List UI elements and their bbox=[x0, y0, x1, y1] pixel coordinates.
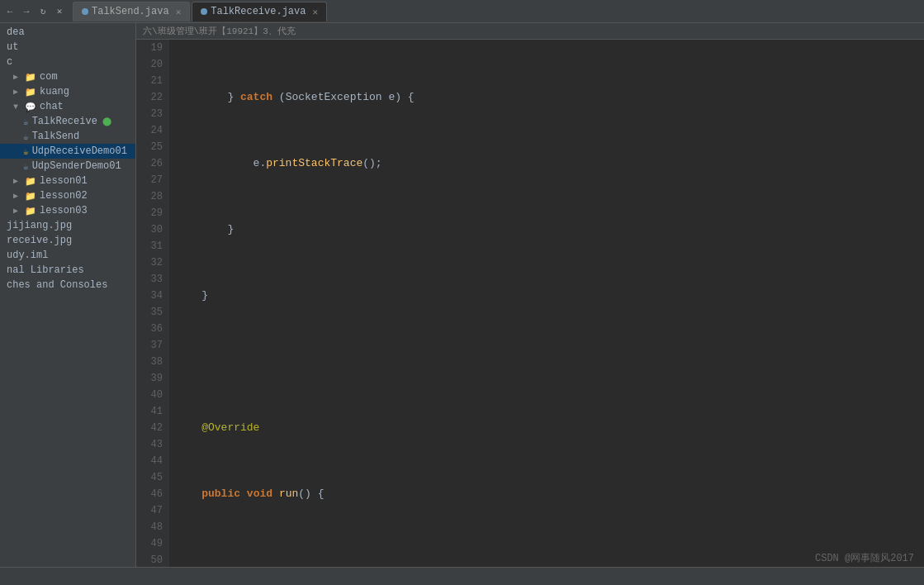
sidebar-item-receive[interactable]: receive.jpg bbox=[0, 233, 135, 248]
line-num-39: 39 bbox=[143, 370, 163, 387]
line-num-32: 32 bbox=[143, 254, 163, 271]
folder-icon: 📁 bbox=[25, 176, 36, 187]
item-label: kuang bbox=[40, 86, 69, 98]
line-num-27: 27 bbox=[143, 172, 163, 188]
item-label: receive.jpg bbox=[7, 235, 72, 246]
file-icon: ☕ bbox=[23, 146, 29, 157]
tab-talkreceive-label: TalkReceive.java bbox=[211, 6, 306, 17]
tab-talkreceive-close[interactable]: ✕ bbox=[312, 7, 318, 17]
refresh-icon[interactable]: ↻ bbox=[36, 5, 50, 18]
item-label: dea bbox=[7, 26, 25, 38]
footer bbox=[0, 567, 924, 585]
code-line-25: public void run() { bbox=[176, 486, 917, 502]
line-num-34: 34 bbox=[143, 288, 163, 304]
tab-bar: ← → ↻ ✕ TalkSend.java ✕ TalkReceive.java… bbox=[0, 0, 924, 23]
sidebar-item-nal-libraries[interactable]: nal Libraries bbox=[0, 263, 135, 278]
sidebar-item-talkreceive[interactable]: ☕ TalkReceive ⬤ bbox=[0, 114, 135, 129]
sidebar-item-kuang[interactable]: ▶ 📁 kuang bbox=[0, 84, 135, 99]
line-num-36: 36 bbox=[143, 321, 163, 337]
sidebar-item-ches-consoles[interactable]: ches and Consoles bbox=[0, 278, 135, 292]
item-label: ut bbox=[7, 41, 18, 53]
sidebar-item-udpreceivedemo01[interactable]: ☕ UdpReceiveDemo01 bbox=[0, 144, 135, 159]
line-num-38: 38 bbox=[143, 354, 163, 370]
sidebar-item-lesson01[interactable]: ▶ 📁 lesson01 bbox=[0, 174, 135, 188]
line-num-28: 28 bbox=[143, 188, 163, 205]
line-num-35: 35 bbox=[143, 304, 163, 321]
line-num-48: 48 bbox=[143, 519, 163, 535]
tab-dot bbox=[82, 8, 88, 15]
sidebar-item-ut[interactable]: ut bbox=[0, 40, 135, 55]
item-label: udy.iml bbox=[7, 250, 48, 261]
item-label: chat bbox=[40, 101, 64, 112]
tab-talksend-label: TalkSend.java bbox=[92, 6, 169, 17]
folder-icon: 📁 bbox=[25, 72, 36, 83]
line-num-43: 43 bbox=[143, 436, 163, 453]
item-label: c bbox=[7, 56, 12, 68]
item-label: TalkSend bbox=[32, 131, 80, 142]
line-num-45: 45 bbox=[143, 469, 163, 486]
line-num-46: 46 bbox=[143, 486, 163, 502]
folder-icon: 💬 bbox=[25, 102, 36, 112]
line-num-25: 25 bbox=[143, 139, 163, 155]
line-numbers: 19 20 21 22 23 24 25 26 27 28 29 30 31 3… bbox=[136, 40, 169, 567]
line-num-37: 37 bbox=[143, 337, 163, 354]
sidebar-item-c[interactable]: c bbox=[0, 55, 135, 69]
item-label: lesson01 bbox=[40, 175, 88, 187]
close-icon[interactable]: ✕ bbox=[53, 5, 66, 18]
line-num-29: 29 bbox=[143, 205, 163, 221]
status-indicator: ⬤ bbox=[102, 117, 111, 126]
breadcrumb: 六\班级管理\班开【19921】3、代充 bbox=[136, 23, 924, 40]
tree-arrow-icon: ▶ bbox=[13, 176, 21, 186]
line-num-33: 33 bbox=[143, 271, 163, 288]
code-content[interactable]: } catch (SocketException e) { e.printSta… bbox=[169, 40, 924, 567]
line-num-50: 50 bbox=[143, 552, 163, 567]
sidebar-item-udy-iml[interactable]: udy.iml bbox=[0, 248, 135, 263]
tree-arrow-icon: ▶ bbox=[13, 191, 21, 201]
folder-icon: 📁 bbox=[25, 206, 36, 216]
sidebar-item-talksend[interactable]: ☕ TalkSend bbox=[0, 129, 135, 144]
line-num-30: 30 bbox=[143, 221, 163, 238]
sidebar-item-udpsenderdemo01[interactable]: ☕ UdpSenderDemo01 bbox=[0, 159, 135, 174]
item-label: TalkReceive bbox=[32, 116, 97, 127]
tab-talksend[interactable]: TalkSend.java ✕ bbox=[73, 2, 190, 21]
sidebar-item-com[interactable]: ▶ 📁 com bbox=[0, 69, 135, 84]
line-num-44: 44 bbox=[143, 453, 163, 469]
file-icon: ☕ bbox=[23, 131, 29, 142]
item-label: UdpReceiveDemo01 bbox=[32, 145, 127, 157]
code-line-23 bbox=[176, 354, 917, 370]
sidebar-item-lesson03[interactable]: ▶ 📁 lesson03 bbox=[0, 203, 135, 218]
line-num-26: 26 bbox=[143, 155, 163, 172]
line-num-22: 22 bbox=[143, 89, 163, 106]
code-line-19: } catch (SocketException e) { bbox=[176, 89, 917, 106]
line-num-23: 23 bbox=[143, 106, 163, 122]
item-label: UdpSenderDemo01 bbox=[32, 160, 121, 172]
code-area[interactable]: 19 20 21 22 23 24 25 26 27 28 29 30 31 3… bbox=[136, 40, 924, 567]
item-label: jijiang.jpg bbox=[7, 220, 72, 231]
tree-arrow-icon: ▼ bbox=[13, 102, 21, 112]
line-num-21: 21 bbox=[143, 73, 163, 89]
back-icon[interactable]: ← bbox=[3, 5, 17, 18]
sidebar-item-jijiang[interactable]: jijiang.jpg bbox=[0, 218, 135, 233]
toolbar-icons: ← → ↻ ✕ bbox=[3, 5, 66, 18]
item-label: com bbox=[40, 71, 58, 83]
sidebar-item-chat[interactable]: ▼ 💬 chat bbox=[0, 99, 135, 114]
folder-icon: 📁 bbox=[25, 191, 36, 202]
line-num-20: 20 bbox=[143, 56, 163, 73]
code-line-22: } bbox=[176, 288, 917, 304]
sidebar-item-dea[interactable]: dea bbox=[0, 25, 135, 40]
line-num-24: 24 bbox=[143, 122, 163, 139]
file-icon: ☕ bbox=[23, 117, 29, 127]
sidebar-item-lesson02[interactable]: ▶ 📁 lesson02 bbox=[0, 188, 135, 203]
tree-arrow-icon: ▶ bbox=[13, 72, 21, 82]
line-num-19: 19 bbox=[143, 40, 163, 56]
sidebar: dea ut c ▶ 📁 com ▶ 📁 kuang ▼ 💬 chat ☕ Ta… bbox=[0, 23, 136, 567]
line-num-47: 47 bbox=[143, 502, 163, 519]
code-line-26 bbox=[176, 552, 917, 567]
line-num-40: 40 bbox=[143, 387, 163, 403]
forward-icon[interactable]: → bbox=[20, 5, 33, 18]
item-label: lesson03 bbox=[40, 205, 88, 216]
tab-talkreceive[interactable]: TalkReceive.java ✕ bbox=[192, 2, 327, 21]
tab-talksend-close[interactable]: ✕ bbox=[176, 7, 182, 17]
line-num-41: 41 bbox=[143, 403, 163, 420]
tree-arrow-icon: ▶ bbox=[13, 206, 21, 216]
